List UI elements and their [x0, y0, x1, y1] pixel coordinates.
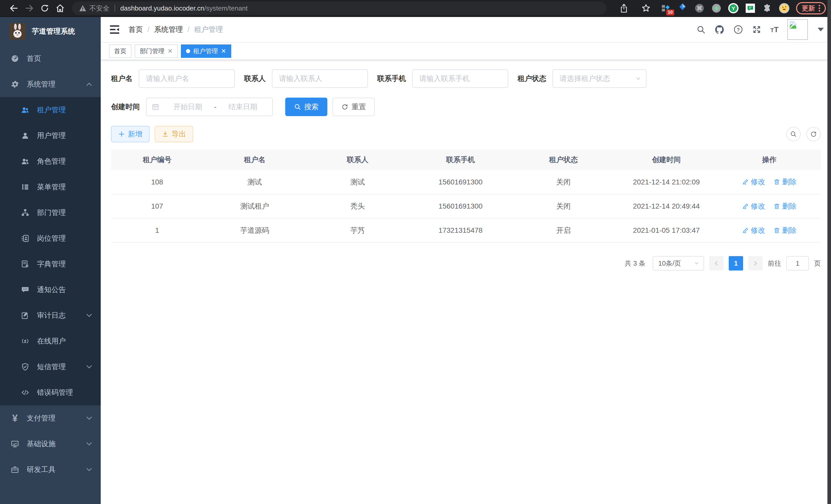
prev-page-button[interactable] — [709, 256, 724, 270]
breadcrumb-separator: / — [147, 25, 149, 34]
mobile-input[interactable] — [413, 70, 508, 87]
extension-emoji-avatar[interactable] — [779, 3, 790, 13]
sidebar-item-dict[interactable]: 字典管理 — [0, 251, 101, 277]
table-row[interactable]: 107测试租户秃头15601691300关闭2021-12-14 20:49:4… — [111, 194, 821, 218]
reset-button[interactable]: 重置 — [333, 98, 375, 116]
contact-input[interactable] — [273, 70, 368, 87]
sidebar-item-label: 岗位管理 — [37, 234, 66, 243]
delete-link[interactable]: 删除 — [773, 177, 797, 187]
font-size-icon[interactable]: TT — [770, 25, 779, 34]
cell-mobile: 15601691300 — [409, 170, 512, 194]
edit-link[interactable]: 修改 — [742, 201, 765, 211]
extension-recorder-icon[interactable] — [711, 3, 721, 13]
browser-forward-icon[interactable] — [22, 2, 37, 15]
cell-mobile: 17321315478 — [409, 218, 512, 242]
cell-created: 2021-01-05 17:03:47 — [615, 218, 718, 242]
status-label: 租户状态 — [517, 74, 546, 84]
sidebar-item-user[interactable]: 用户管理 — [0, 123, 101, 148]
refresh-table-button[interactable] — [806, 127, 821, 141]
sidebar-collapse-icon[interactable] — [108, 23, 121, 36]
sidebar-item-dept[interactable]: 部门管理 — [0, 200, 101, 226]
sms-shield-icon — [21, 362, 30, 372]
extension-tabs-icon[interactable]: 10 — [660, 3, 671, 13]
page-number-1[interactable]: 1 — [729, 256, 743, 270]
help-icon[interactable]: ? — [733, 25, 743, 34]
browser-back-icon[interactable] — [6, 2, 22, 15]
edit-link[interactable]: 修改 — [742, 177, 765, 187]
delete-link[interactable]: 删除 — [773, 226, 797, 235]
github-icon[interactable] — [714, 24, 725, 35]
edit-link[interactable]: 修改 — [742, 226, 765, 235]
tab-home[interactable]: 首页 — [109, 45, 132, 58]
security-warning-icon[interactable] — [79, 5, 86, 11]
sidebar-item-sms[interactable]: 短信管理 — [0, 354, 101, 380]
browser-menu-icon[interactable] — [819, 5, 820, 11]
sidebar-item-role[interactable]: 角色管理 — [0, 148, 101, 174]
goto-label: 前往 — [768, 259, 781, 268]
breadcrumb-system[interactable]: 系统管理 — [154, 25, 183, 34]
sidebar-item-label: 系统管理 — [27, 79, 56, 89]
tags-view-bar: 首页部门管理✕租户管理✕ — [101, 42, 831, 60]
url-path[interactable]: /system/tenant — [204, 4, 248, 12]
add-button[interactable]: 新增 — [111, 126, 149, 142]
window-scrollbar-track[interactable] — [827, 0, 831, 504]
menu-tree-icon — [21, 182, 30, 191]
close-tab-icon[interactable]: ✕ — [221, 48, 226, 55]
sidebar-item-pay[interactable]: ¥支付管理 — [0, 405, 101, 431]
sidebar-item-error-code[interactable]: 错误码管理 — [0, 380, 101, 405]
delete-link[interactable]: 删除 — [773, 201, 797, 211]
export-button[interactable]: 导出 — [155, 126, 193, 142]
create-time-range-picker[interactable]: 开始日期 - 结束日期 — [146, 98, 273, 116]
extension-chat-icon[interactable] — [745, 3, 755, 13]
header-search-icon[interactable] — [696, 25, 706, 34]
goto-page-input[interactable] — [787, 257, 808, 270]
tab-dept[interactable]: 部门管理✕ — [135, 45, 178, 58]
column-header: 创建时间 — [615, 149, 718, 170]
bookmark-star-icon[interactable] — [638, 2, 654, 15]
sidebar-item-tenant[interactable]: 租户管理 — [0, 97, 101, 123]
start-date-placeholder: 开始日期 — [164, 102, 212, 112]
status-select[interactable]: 请选择租户状态 — [552, 69, 647, 88]
browser-update-label: 更新 — [802, 4, 815, 13]
tab-label: 部门管理 — [140, 47, 165, 55]
tab-tenant[interactable]: 租户管理✕ — [181, 45, 231, 58]
sidebar-item-post[interactable]: 岗位管理 — [0, 226, 101, 251]
sidebar-item-notice[interactable]: 通知公告 — [0, 277, 101, 303]
sidebar-item-label: 短信管理 — [37, 362, 66, 372]
cell-actions: 修改删除 — [718, 218, 821, 242]
toggle-search-button[interactable] — [786, 127, 801, 141]
extension-command-icon[interactable]: ⌘ — [694, 3, 705, 13]
sidebar-item-home[interactable]: 首页 — [0, 46, 101, 71]
breadcrumb-home[interactable]: 首页 — [128, 25, 143, 34]
sidebar-logo[interactable]: 芋道管理系统 — [0, 17, 101, 46]
next-page-button[interactable] — [748, 256, 763, 270]
url-host[interactable]: dashboard.yudao.iocoder.cn — [120, 4, 204, 12]
search-button[interactable]: 搜索 — [285, 98, 327, 116]
sidebar-item-online-user[interactable]: 在线用户 — [0, 328, 101, 354]
extension-kite-icon[interactable] — [677, 3, 688, 13]
sidebar-item-audit-log[interactable]: 审计日志 — [0, 303, 101, 328]
share-icon[interactable] — [616, 2, 632, 15]
user-avatar[interactable] — [787, 19, 808, 40]
extension-y-icon[interactable]: Y — [728, 3, 739, 13]
browser-home-icon[interactable] — [52, 2, 68, 15]
browser-update-button[interactable]: 更新 — [796, 2, 826, 14]
avatar-dropdown-caret[interactable] — [818, 28, 824, 31]
tenant-name-input[interactable] — [139, 70, 234, 87]
security-label[interactable]: 不安全 — [89, 4, 110, 13]
sidebar-item-infra[interactable]: 基础设施 — [0, 431, 101, 457]
sidebar-item-system[interactable]: 系统管理 — [0, 71, 101, 97]
page-size-select[interactable]: 10条/页 — [653, 256, 704, 270]
navbar: 首页 / 系统管理 / 租户管理 ? TT — [101, 17, 831, 42]
roles-icon — [21, 157, 30, 166]
table-row[interactable]: 108测试测试15601691300关闭2021-12-14 21:02:09修… — [111, 170, 821, 194]
fullscreen-icon[interactable] — [752, 25, 762, 34]
sidebar-item-menu[interactable]: 菜单管理 — [0, 174, 101, 200]
address-bar[interactable]: 不安全 dashboard.yudao.iocoder.cn/system/te… — [72, 2, 606, 15]
sidebar-item-tools[interactable]: 研发工具 — [0, 457, 101, 482]
close-tab-icon[interactable]: ✕ — [168, 48, 173, 55]
extension-puzzle-icon[interactable] — [762, 3, 772, 13]
announcement-icon — [21, 285, 30, 294]
table-row[interactable]: 1芋道源码芋艿17321315478开启2021-01-05 17:03:47修… — [111, 218, 821, 242]
browser-reload-icon[interactable] — [37, 2, 52, 15]
